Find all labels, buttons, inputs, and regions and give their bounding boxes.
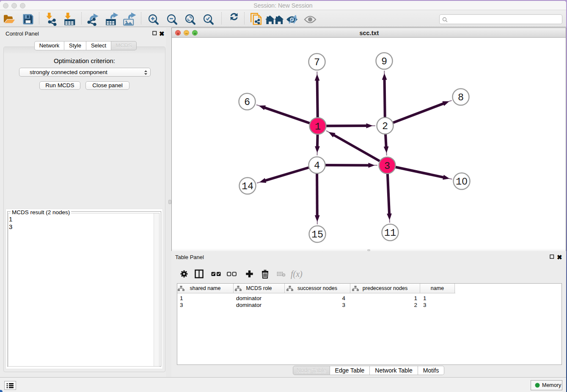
- svg-text:14: 14: [242, 181, 253, 192]
- svg-text:8: 8: [458, 92, 464, 103]
- svg-text:f(x): f(x): [291, 269, 303, 279]
- svg-text:15: 15: [311, 229, 323, 240]
- svg-text:1: 1: [315, 121, 321, 133]
- svg-text:3: 3: [384, 160, 390, 172]
- svg-text:6: 6: [244, 97, 250, 108]
- svg-text:4: 4: [314, 160, 320, 171]
- svg-text:11: 11: [384, 227, 396, 239]
- svg-text:2: 2: [382, 121, 388, 132]
- svg-text:9: 9: [381, 56, 387, 67]
- svg-text:7: 7: [314, 57, 320, 68]
